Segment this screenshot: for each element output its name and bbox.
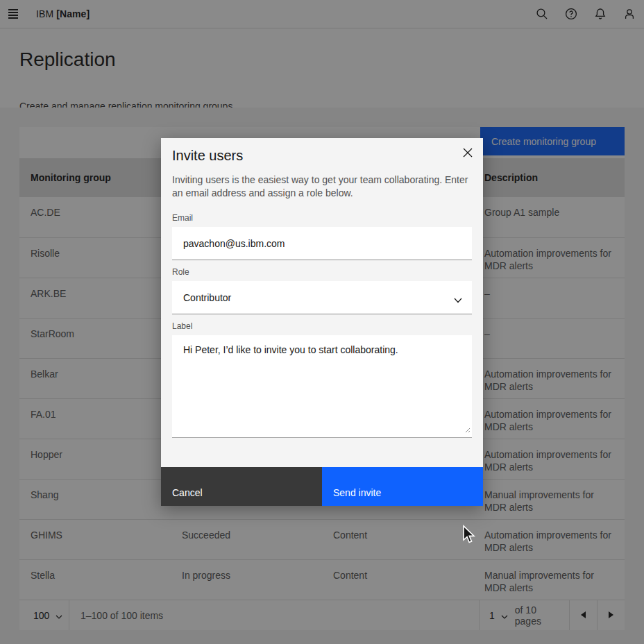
chevron-down-icon (454, 294, 462, 305)
send-invite-button[interactable]: Send invite (322, 467, 483, 506)
modal-title: Invite users (172, 148, 243, 164)
email-field[interactable] (172, 227, 472, 260)
message-field-wrap: Hi Peter, I’d like to invite you to star… (172, 335, 472, 438)
modal-footer: Cancel Send invite (161, 467, 483, 506)
modal-close-button[interactable] (457, 142, 479, 164)
modal-description: Inviting users is the easiest way to get… (172, 173, 471, 200)
role-label: Role (172, 267, 189, 277)
role-select-value: Contributor (183, 292, 231, 303)
cancel-button[interactable]: Cancel (161, 467, 322, 506)
role-select[interactable]: Contributor (172, 281, 472, 314)
close-icon (463, 148, 473, 160)
invite-users-modal: Invite users Inviting users is the easie… (161, 138, 483, 506)
message-field[interactable]: Hi Peter, I’d like to invite you to star… (172, 335, 472, 438)
application-window: IBM[Name] (0, 0, 644, 644)
message-label: Label (172, 321, 192, 331)
email-label: Email (172, 213, 193, 223)
